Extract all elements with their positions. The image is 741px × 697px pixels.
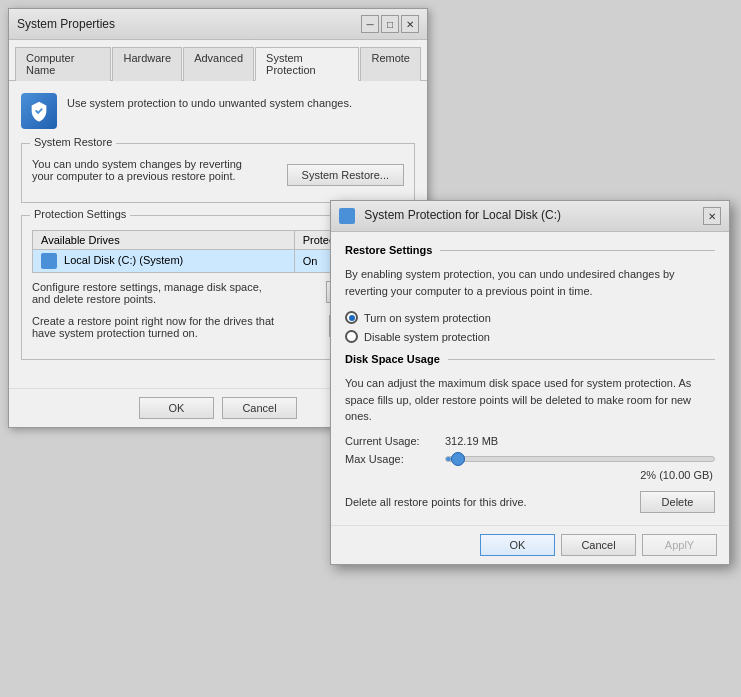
- delete-button[interactable]: Delete: [640, 491, 715, 513]
- system-restore-group: System Restore You can undo system chang…: [21, 143, 415, 203]
- restore-settings-label: Restore Settings: [345, 244, 432, 256]
- disk-desc: You can adjust the maximum disk space us…: [345, 375, 715, 425]
- restore-description: You can undo system changes by reverting…: [32, 158, 277, 182]
- sp-dialog: System Protection for Local Disk (C:) ✕ …: [330, 200, 730, 565]
- radio-disable-label: Disable system protection: [364, 331, 490, 343]
- sp-ok-button[interactable]: OK: [480, 534, 555, 556]
- maximize-button[interactable]: □: [381, 15, 399, 33]
- sp-title-bar: System Protection for Local Disk (C:) ✕: [331, 201, 729, 232]
- sp-content: Restore Settings By enabling system prot…: [331, 232, 729, 525]
- sp-title-area: System Protection for Local Disk (C:): [339, 208, 561, 224]
- info-text: Use system protection to undo unwanted s…: [67, 93, 352, 109]
- sp-apply-button[interactable]: ApplY: [642, 534, 717, 556]
- current-usage-row: Current Usage: 312.19 MB: [345, 435, 715, 447]
- sp-cancel-button[interactable]: Cancel: [561, 534, 636, 556]
- sp-shield-icon: [339, 208, 355, 224]
- col-drives: Available Drives: [33, 231, 295, 250]
- system-restore-button[interactable]: System Restore...: [287, 164, 404, 186]
- close-button[interactable]: ✕: [401, 15, 419, 33]
- tab-remote[interactable]: Remote: [360, 47, 421, 81]
- max-usage-row: Max Usage:: [345, 453, 715, 465]
- tab-computer-name[interactable]: Computer Name: [15, 47, 111, 81]
- radio-disable[interactable]: Disable system protection: [345, 330, 715, 343]
- current-usage-label: Current Usage:: [345, 435, 445, 447]
- minimize-button[interactable]: ─: [361, 15, 379, 33]
- system-restore-label: System Restore: [30, 136, 116, 148]
- slider-track[interactable]: [445, 456, 715, 462]
- slider-pct: 2% (10.00 GB): [345, 469, 715, 481]
- max-usage-label: Max Usage:: [345, 453, 445, 465]
- sp-footer: OK Cancel ApplY: [331, 525, 729, 564]
- delete-row: Delete all restore points for this drive…: [345, 491, 715, 513]
- configure-text: Configure restore settings, manage disk …: [32, 281, 316, 305]
- sp-restore-desc: By enabling system protection, you can u…: [345, 266, 715, 299]
- protection-settings-label: Protection Settings: [30, 208, 130, 220]
- slider-thumb[interactable]: [451, 452, 465, 466]
- restore-options: Turn on system protection Disable system…: [345, 311, 715, 343]
- info-box: Use system protection to undo unwanted s…: [21, 93, 415, 129]
- delete-text: Delete all restore points for this drive…: [345, 496, 527, 508]
- radio-turn-on-label: Turn on system protection: [364, 312, 491, 324]
- create-text: Create a restore point right now for the…: [32, 315, 319, 339]
- sp-close-button[interactable]: ✕: [703, 207, 721, 225]
- radio-turn-on[interactable]: Turn on system protection: [345, 311, 715, 324]
- tab-advanced[interactable]: Advanced: [183, 47, 254, 81]
- disk-usage-label: Disk Space Usage: [345, 353, 440, 365]
- shield-icon: [21, 93, 57, 129]
- divider-line-2: [448, 359, 715, 360]
- drive-name: Local Disk (C:) (System): [64, 254, 183, 266]
- disk-usage-section: Disk Space Usage You can adjust the maxi…: [345, 353, 715, 513]
- current-usage-value: 312.19 MB: [445, 435, 498, 447]
- radio-turn-on-input[interactable]: [345, 311, 358, 324]
- tabs-bar: Computer Name Hardware Advanced System P…: [9, 40, 427, 81]
- ok-button[interactable]: OK: [139, 397, 214, 419]
- divider-line-1: [440, 250, 715, 251]
- disk-usage-divider: Disk Space Usage: [345, 353, 715, 365]
- title-bar-controls: ─ □ ✕: [361, 15, 419, 33]
- drive-name-cell: Local Disk (C:) (System): [33, 250, 295, 273]
- sp-title-text: System Protection for Local Disk (C:): [364, 208, 561, 222]
- tab-hardware[interactable]: Hardware: [112, 47, 182, 81]
- system-restore-content: You can undo system changes by reverting…: [32, 158, 404, 192]
- sys-props-title: System Properties: [17, 17, 115, 31]
- radio-disable-input[interactable]: [345, 330, 358, 343]
- tab-system-protection[interactable]: System Protection: [255, 47, 359, 81]
- drive-icon: [41, 253, 57, 269]
- restore-settings-divider: Restore Settings: [345, 244, 715, 256]
- cancel-button[interactable]: Cancel: [222, 397, 297, 419]
- sys-props-title-bar: System Properties ─ □ ✕: [9, 9, 427, 40]
